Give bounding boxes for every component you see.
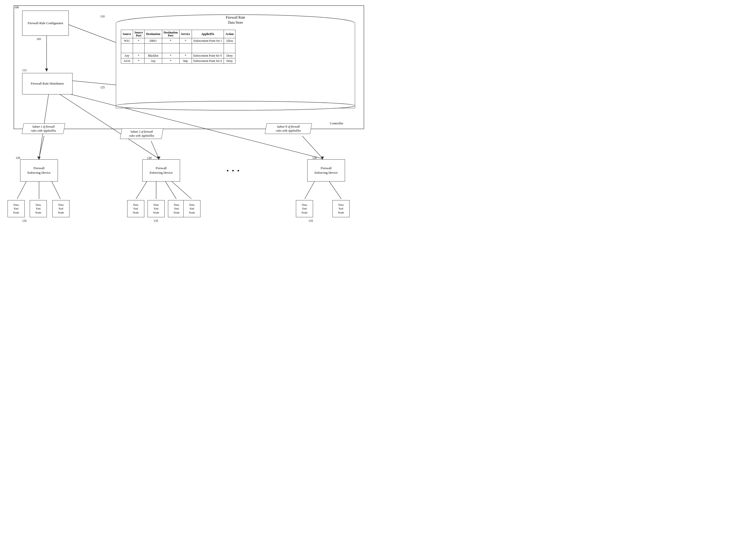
svg-line-19 <box>17 179 28 199</box>
svg-line-27 <box>327 179 341 199</box>
table-cell-r0-c2: DBS1 <box>145 38 162 44</box>
table-cell-r2-c6: Deny <box>224 53 235 58</box>
table-cell-r0-c0: WS1 <box>121 38 133 44</box>
table-cell-r1-c2 <box>145 44 162 53</box>
col-source-port: SourcePort <box>133 30 145 38</box>
table-cell-r3-c5: Enforcement Point Set Z <box>192 58 224 64</box>
den6-label: Data End Node <box>174 203 180 215</box>
distributor-label: Firewall Rule Distributor <box>31 81 64 86</box>
den4-box: Data End Node <box>127 200 144 217</box>
fed2-label: Firewall Enforcing Device <box>150 166 173 175</box>
fed1-label: Firewall Enforcing Device <box>27 166 51 175</box>
den1-label: Data End Node <box>13 203 19 215</box>
datastore-cylinder-bottom <box>116 101 355 111</box>
configurator-box: Firewall Rule Configurator <box>22 11 69 36</box>
table-cell-r3-c4: http <box>179 58 192 64</box>
table-cell-r3-c2: Any <box>145 58 162 64</box>
table-cell-r3-c0: AS10 <box>121 58 133 64</box>
den3-box: Data End Node <box>52 200 70 217</box>
col-source: Source <box>121 30 133 38</box>
table-cell-r1-c6 <box>224 44 235 53</box>
table-cell-r1-c4 <box>179 44 192 53</box>
den5-box: Data End Node <box>148 200 165 217</box>
table-cell-r1-c5 <box>192 44 224 53</box>
firewall-rule-table: Source SourcePort Destination Destinatio… <box>121 30 235 64</box>
den2-label: Data End Node <box>35 203 41 215</box>
configurator-label: Firewall Rule Configurator <box>28 21 63 25</box>
svg-line-22 <box>136 179 149 199</box>
svg-line-26 <box>305 179 316 199</box>
table-cell-r0-c6: Allow <box>224 38 235 44</box>
table-cell-r2-c0: Any <box>121 53 133 58</box>
table-cell-r1-c0 <box>121 44 133 53</box>
ref-120a: 120 <box>16 156 20 160</box>
den6-box: Data End Node <box>168 200 185 217</box>
den8-box: Data End Node <box>296 200 313 217</box>
svg-line-21 <box>51 179 60 199</box>
col-appliedto: AppliedTo <box>192 30 224 38</box>
den1-box: Data End Node <box>8 200 25 217</box>
table-cell-r2-c4: * <box>179 53 192 58</box>
col-dest-port: DestinationPort <box>162 30 179 38</box>
ref-100: 100 <box>14 6 19 9</box>
subsetN-label: Subset N of firewall rules with AppliedT… <box>265 123 312 134</box>
table-cell-r1-c3 <box>162 44 179 53</box>
den2-box: Data End Node <box>30 200 47 217</box>
col-destination: Destination <box>145 30 162 38</box>
svg-marker-4 <box>45 68 48 72</box>
svg-line-1 <box>67 24 123 45</box>
datastore-title: Firewall Rule Data Store <box>116 15 355 25</box>
ref-135c: 135 <box>308 219 313 223</box>
subset2-label: Subset 2 of firewall rules with AppliedT… <box>120 128 163 139</box>
ref-115: 115 <box>22 68 27 72</box>
distributor-box: Firewall Rule Distributor <box>22 73 73 94</box>
fed3-label: Firewall Enforcing Device <box>315 166 338 175</box>
den9-label: Data End Node <box>338 203 344 215</box>
diagram: 100 Firewall Rule Configurator 105 115 F… <box>0 0 378 268</box>
fed1-box: Firewall Enforcing Device <box>20 159 58 182</box>
svg-line-13 <box>39 136 44 158</box>
den7-label: Data End Node <box>189 203 195 215</box>
table-cell-r0-c3: * <box>162 38 179 44</box>
den7-box: Data End Node <box>183 200 200 217</box>
table-cell-r2-c2: Blacklist <box>145 53 162 58</box>
ellipsis: • • • <box>227 167 240 174</box>
svg-line-25 <box>169 179 191 199</box>
ref-135a: 135 <box>22 219 27 223</box>
ref-125: 125 <box>100 85 105 89</box>
svg-line-17 <box>302 136 322 158</box>
svg-line-5 <box>71 81 123 85</box>
den4-label: Data End Node <box>133 203 139 215</box>
table-cell-r0-c5: Enforcement Point Set 1 <box>192 38 224 44</box>
table-cell-r3-c3: * <box>162 58 179 64</box>
den5-label: Data End Node <box>153 203 159 215</box>
table-cell-r2-c3: * <box>162 53 179 58</box>
col-service: Service <box>179 30 192 38</box>
table-cell-r2-c1: * <box>133 53 145 58</box>
table-cell-r3-c1: * <box>133 58 145 64</box>
ref-135b: 135 <box>154 219 158 223</box>
svg-line-24 <box>164 179 176 199</box>
ref-110: 110 <box>100 15 105 18</box>
table-cell-r0-c1: * <box>133 38 145 44</box>
svg-line-15 <box>151 141 159 158</box>
table-cell-r0-c4: * <box>179 38 192 44</box>
fed3-box: Firewall Enforcing Device <box>307 159 345 182</box>
den3-label: Data End Node <box>58 203 64 215</box>
controller-label: Controller <box>330 121 343 125</box>
table-cell-r1-c1 <box>133 44 145 53</box>
col-action: Action <box>224 30 235 38</box>
ref-105: 105 <box>37 37 41 41</box>
fed2-box: Firewall Enforcing Device <box>142 159 180 182</box>
subset1-label: Subset 1 of firewall rules with AppliedT… <box>22 123 65 134</box>
den9-box: Data End Node <box>332 200 350 217</box>
table-cell-r3-c6: Deny <box>224 58 235 64</box>
table-cell-r2-c5: Enforcement Point Set Y <box>192 53 224 58</box>
svg-point-29 <box>116 101 355 110</box>
den8-label: Data End Node <box>301 203 307 215</box>
